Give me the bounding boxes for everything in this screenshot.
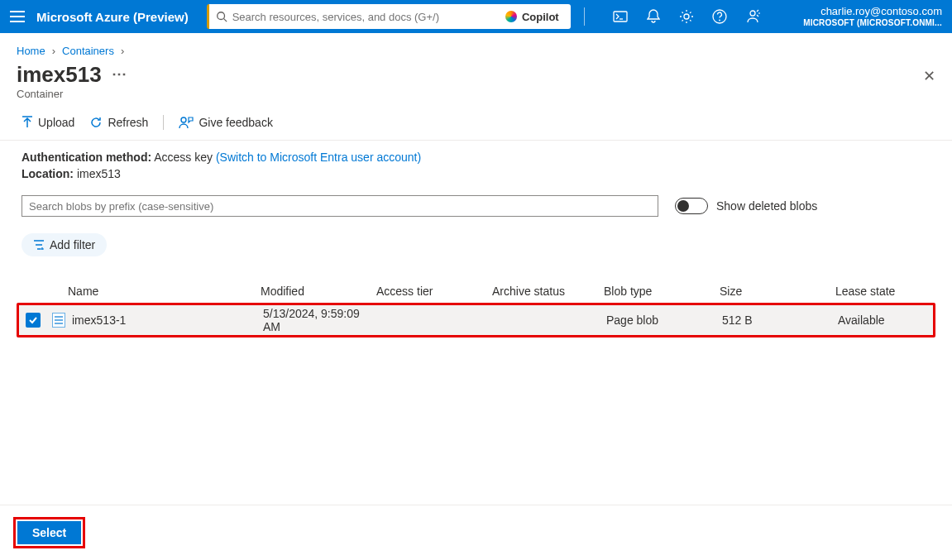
account-email: charlie.roy@contoso.com [803,6,942,18]
refresh-icon [89,116,103,129]
col-name[interactable]: Name [50,285,261,298]
select-button[interactable]: Select [17,521,81,544]
cell-modified: 5/13/2024, 9:59:09 AM [263,307,379,333]
feedback-label: Give feedback [199,116,273,129]
cell-blob-type: Page blob [606,314,722,327]
table-row[interactable]: imex513-1 5/13/2024, 9:59:09 AM Page blo… [19,305,933,335]
divider [584,7,585,26]
feedback-button[interactable]: Give feedback [179,116,273,129]
footer: Select [0,505,952,560]
copilot-label: Copilot [522,11,559,23]
page-title: imex513 [17,62,102,88]
col-lease-state[interactable]: Lease state [835,285,935,298]
global-search[interactable]: Copilot [207,4,571,29]
refresh-label: Refresh [108,116,148,129]
breadcrumb-containers[interactable]: Containers [62,45,114,57]
page-subtitle: Container [0,88,952,108]
col-blob-type[interactable]: Blob type [604,285,720,298]
col-archive-status[interactable]: Archive status [492,285,604,298]
copilot-icon [505,11,517,22]
title-row: imex513 ⋯ ✕ [0,60,952,88]
add-filter-label: Add filter [50,238,95,251]
breadcrumb-home[interactable]: Home [17,45,45,57]
menu-icon[interactable] [10,7,28,26]
breadcrumb: Home › Containers › [0,33,952,60]
svg-point-0 [217,12,224,20]
col-size[interactable]: Size [720,285,835,298]
account-menu[interactable]: charlie.roy@contoso.com MICROSOFT (MICRO… [803,6,945,27]
svg-rect-2 [614,12,627,22]
copilot-button[interactable]: Copilot [497,7,567,26]
info-block: Authentication method: Access key (Switc… [0,141,952,180]
highlighted-row: imex513-1 5/13/2024, 9:59:09 AM Page blo… [17,303,935,337]
command-bar: Upload Refresh Give feedback [0,108,952,141]
blob-grid: Name Modified Access tier Archive status… [17,280,935,337]
location-value: imex513 [77,167,121,180]
add-filter-button[interactable]: Add filter [22,233,107,256]
more-icon[interactable]: ⋯ [112,66,127,81]
upload-icon [22,116,33,129]
cell-name[interactable]: imex513-1 [72,314,126,327]
search-icon [216,11,227,22]
cell-size: 512 B [722,314,838,327]
svg-point-7 [750,11,755,16]
top-icon-bar [605,0,768,33]
feedback-icon[interactable] [737,0,768,33]
filter-icon [33,240,45,250]
svg-point-6 [719,20,720,22]
blob-search-input[interactable] [22,195,658,217]
select-highlight: Select [13,517,85,548]
file-icon [52,313,65,328]
auth-switch-link[interactable]: (Switch to Microsoft Entra user account) [216,151,421,164]
notifications-icon[interactable] [638,0,669,33]
close-icon[interactable]: ✕ [923,62,935,85]
separator [163,115,164,130]
brand-label[interactable]: Microsoft Azure (Preview) [36,10,189,24]
account-tenant: MICROSOFT (MICROSOFT.ONMI... [803,18,942,28]
svg-point-9 [181,117,186,122]
location-label: Location: [22,167,74,180]
upload-label: Upload [38,116,74,129]
cloud-shell-icon[interactable] [605,0,636,33]
row-checkbox[interactable] [26,313,41,328]
auth-value: Access key [154,151,213,164]
person-feedback-icon [179,116,194,129]
grid-header: Name Modified Access tier Archive status… [17,280,935,303]
global-search-input[interactable] [227,4,497,29]
help-icon[interactable] [704,0,735,33]
cell-lease-state: Available [838,314,933,327]
filter-row: Show deleted blobs [0,184,952,217]
chevron-right-icon: › [52,45,55,57]
refresh-button[interactable]: Refresh [89,116,148,129]
upload-button[interactable]: Upload [22,116,74,129]
top-bar: Microsoft Azure (Preview) Copilot cha [0,0,952,33]
col-access-tier[interactable]: Access tier [376,285,492,298]
svg-point-4 [684,14,689,19]
svg-line-1 [223,19,227,22]
col-modified[interactable]: Modified [261,285,376,298]
chevron-right-icon: › [121,45,124,57]
auth-label: Authentication method: [22,151,151,164]
settings-icon[interactable] [671,0,702,33]
show-deleted-label: Show deleted blobs [716,199,817,213]
show-deleted-toggle[interactable] [675,198,708,214]
